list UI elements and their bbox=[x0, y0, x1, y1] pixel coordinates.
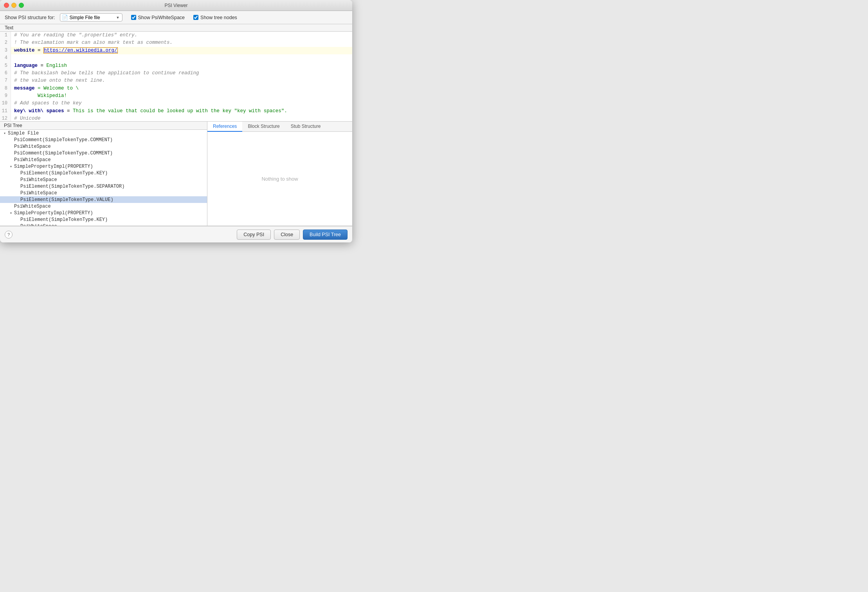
line-content-6: # The backslash below tells the applicat… bbox=[11, 70, 352, 77]
tree-item-n8[interactable]: PsiElement(SimpleTokenType.SEPARATOR) bbox=[0, 183, 207, 190]
tab-stub-structure[interactable]: Stub Structure bbox=[285, 122, 326, 132]
line-content-10: # Add spaces to the key bbox=[11, 100, 352, 107]
editor-line-8: 8 message = Welcome to \ bbox=[0, 85, 352, 92]
show-whitespace-checkbox[interactable] bbox=[131, 15, 136, 20]
tree-node-n12: SimplePropertyImpl(PROPERTY) bbox=[14, 210, 93, 216]
expand-arrow-root[interactable] bbox=[2, 131, 8, 136]
val-message-1: = Welcome to \ bbox=[35, 86, 79, 91]
key-message: message bbox=[14, 86, 35, 91]
line-num-7: 7 bbox=[0, 77, 11, 84]
line-content-4 bbox=[11, 54, 352, 62]
tree-item-n7[interactable]: PsiWhiteSpace bbox=[0, 176, 207, 183]
expand-arrow-n12[interactable] bbox=[8, 211, 14, 215]
tree-item-n1[interactable]: PsiComment(SimpleTokenType.COMMENT) bbox=[0, 136, 207, 143]
tree-node-n2: PsiWhiteSpace bbox=[14, 144, 51, 149]
editor-line-3: 3 website = https://en.wikipedia.org/ bbox=[0, 47, 352, 54]
tree-node-n8: PsiElement(SimpleTokenType.SEPARATOR) bbox=[20, 184, 124, 189]
title-bar: PSI Viewer bbox=[0, 0, 352, 11]
key-language: language bbox=[14, 63, 38, 68]
tree-node-n7: PsiWhiteSpace bbox=[20, 177, 57, 183]
tree-item-n2[interactable]: PsiWhiteSpace bbox=[0, 143, 207, 150]
tree-node-n13: PsiElement(SimpleTokenType.KEY) bbox=[20, 217, 108, 222]
tree-item-n4[interactable]: PsiWhiteSpace bbox=[0, 156, 207, 163]
copy-psi-button[interactable]: Copy PSI bbox=[237, 230, 271, 240]
line-content-5: language = English bbox=[11, 62, 352, 70]
line-num-10: 10 bbox=[0, 100, 11, 107]
line-num-11: 11 bbox=[0, 108, 11, 115]
psi-tree-label: PSI Tree bbox=[0, 122, 207, 130]
key-spaces: key\ with\ spaces bbox=[14, 108, 64, 114]
file-icon: 📄 bbox=[62, 14, 68, 20]
line-content-9: Wikipedia! bbox=[11, 92, 352, 100]
editor-line-1: 1 # You are reading the ".properties" en… bbox=[0, 32, 352, 39]
bottom-section: PSI Tree Simple File PsiComment(SimpleTo… bbox=[0, 122, 352, 226]
line-content-12: # Unicode bbox=[11, 115, 352, 122]
window-controls[interactable] bbox=[4, 3, 24, 8]
psi-tree-panel: PSI Tree Simple File PsiComment(SimpleTo… bbox=[0, 122, 207, 226]
tree-node-n9: PsiWhiteSpace bbox=[20, 190, 57, 196]
tree-item-n14[interactable]: PsiWhiteSpace bbox=[0, 223, 207, 226]
tree-node-n3: PsiComment(SimpleTokenType.COMMENT) bbox=[14, 151, 113, 156]
tree-item-n6[interactable]: PsiElement(SimpleTokenType.KEY) bbox=[0, 170, 207, 176]
url-value: https://en.wikipedia.org/ bbox=[43, 47, 118, 54]
line-content-11: key\ with\ spaces = This is the value th… bbox=[11, 108, 352, 115]
line-num-9: 9 bbox=[0, 92, 11, 100]
tree-item-n13[interactable]: PsiElement(SimpleTokenType.KEY) bbox=[0, 216, 207, 223]
editor-line-6: 6 # The backslash below tells the applic… bbox=[0, 70, 352, 77]
footer-right: Copy PSI Close Build PSI Tree bbox=[237, 230, 348, 240]
line-num-6: 6 bbox=[0, 70, 11, 77]
editor-area[interactable]: 1 # You are reading the ".properties" en… bbox=[0, 32, 352, 122]
line-num-4: 4 bbox=[0, 54, 11, 62]
minimize-window-button[interactable] bbox=[11, 3, 16, 8]
line-content-8: message = Welcome to \ bbox=[11, 85, 352, 92]
tree-node-root: Simple File bbox=[8, 131, 39, 136]
expand-arrow-n5[interactable] bbox=[8, 164, 14, 169]
tree-node-n14: PsiWhiteSpace bbox=[20, 224, 57, 226]
chevron-down-icon: ▼ bbox=[116, 16, 120, 20]
nothing-to-show: Nothing to show bbox=[207, 132, 352, 226]
key-website: website bbox=[14, 48, 35, 53]
tree-content[interactable]: Simple File PsiComment(SimpleTokenType.C… bbox=[0, 130, 207, 226]
build-psi-tree-button[interactable]: Build PSI Tree bbox=[303, 230, 348, 240]
line-num-5: 5 bbox=[0, 62, 11, 70]
equals-11: = bbox=[64, 108, 73, 114]
editor-line-4: 4 bbox=[0, 54, 352, 62]
line-num-1: 1 bbox=[0, 32, 11, 39]
line-content-1: # You are reading the ".properties" entr… bbox=[11, 32, 352, 39]
line-content-7: # the value onto the next line. bbox=[11, 77, 352, 84]
editor-line-5: 5 language = English bbox=[0, 62, 352, 70]
file-type-select[interactable]: 📄 Simple File file ▼ bbox=[60, 13, 122, 22]
tree-item-n5[interactable]: SimplePropertyImpl(PROPERTY) bbox=[0, 163, 207, 170]
editor-line-11: 11 key\ with\ spaces = This is the value… bbox=[0, 108, 352, 115]
editor-line-2: 2 ! The exclamation mark can also mark t… bbox=[0, 39, 352, 47]
show-tree-nodes-checkbox[interactable] bbox=[193, 15, 198, 20]
tree-node-n10: PsiElement(SimpleTokenType.VALUE) bbox=[20, 197, 113, 203]
editor-line-12: 12 # Unicode bbox=[0, 115, 352, 122]
help-button[interactable]: ? bbox=[5, 231, 13, 239]
tree-node-n4: PsiWhiteSpace bbox=[14, 157, 51, 163]
text-section-label: Text bbox=[0, 24, 352, 32]
tree-item-n10[interactable]: PsiElement(SimpleTokenType.VALUE) bbox=[0, 196, 207, 203]
tree-node-n1: PsiComment(SimpleTokenType.COMMENT) bbox=[14, 137, 113, 143]
val-language: English bbox=[47, 63, 67, 68]
tree-item-n9[interactable]: PsiWhiteSpace bbox=[0, 190, 207, 196]
footer: ? Copy PSI Close Build PSI Tree bbox=[0, 226, 352, 242]
show-tree-nodes-label: Show tree nodes bbox=[200, 15, 237, 20]
line-num-3: 3 bbox=[0, 47, 11, 54]
tab-references[interactable]: References bbox=[207, 122, 242, 132]
editor-line-10: 10 # Add spaces to the key bbox=[0, 100, 352, 107]
right-panel: References Block Structure Stub Structur… bbox=[207, 122, 352, 226]
tab-block-structure[interactable]: Block Structure bbox=[242, 122, 285, 132]
editor-line-7: 7 # the value onto the next line. bbox=[0, 77, 352, 84]
tree-item-n3[interactable]: PsiComment(SimpleTokenType.COMMENT) bbox=[0, 150, 207, 156]
line-num-8: 8 bbox=[0, 85, 11, 92]
close-button[interactable]: Close bbox=[274, 230, 300, 240]
tree-item-n12[interactable]: SimplePropertyImpl(PROPERTY) bbox=[0, 210, 207, 216]
tree-item-root[interactable]: Simple File bbox=[0, 130, 207, 136]
close-window-button[interactable] bbox=[4, 3, 9, 8]
maximize-window-button[interactable] bbox=[19, 3, 24, 8]
val-spaces: This is the value that could be looked u… bbox=[73, 108, 287, 114]
val-message-2: Wikipedia! bbox=[14, 93, 67, 99]
tree-item-n11[interactable]: PsiWhiteSpace bbox=[0, 203, 207, 210]
tree-node-n5: SimplePropertyImpl(PROPERTY) bbox=[14, 164, 93, 169]
